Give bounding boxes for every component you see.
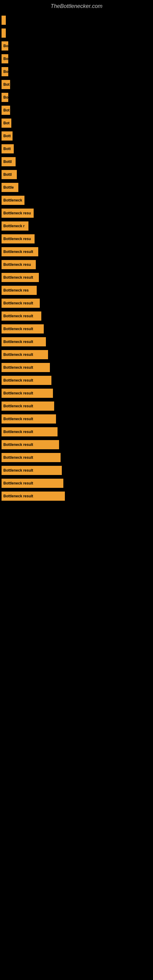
bar-row: Bottleneck res [0,286,153,295]
bar-item: Bo [2,67,8,76]
bar-item: Bottleneck resu [2,260,36,269]
bar-row: Bot [0,80,153,89]
bar-row: Bottleneck result [0,299,153,308]
bar-item: Bott [2,131,13,140]
bar-row: Bottleneck result [0,479,153,488]
bar-item: Bottleneck result [2,273,39,282]
bar-row: Bo [0,41,153,51]
page-title: TheBottlenecker.com [0,0,153,16]
bar-row: Bottleneck [0,196,153,205]
bar-row [0,16,153,25]
bar-item: Bo [2,54,8,64]
bar-item: Bottleneck result [2,376,51,385]
bar-item: Bot [2,106,10,115]
bar-row: Bottl [0,157,153,166]
bar-item: Bottleneck result [2,324,44,334]
bar-item: Bo [2,41,8,51]
bar-row: Bottleneck resu [0,260,153,269]
bar-row: Bo [0,67,153,76]
bar-row: Bott [0,144,153,153]
bar-item [2,29,6,38]
bar-item: Bot [2,119,11,128]
bar-item: Bot [2,80,10,89]
bar-row: Bottleneck result [0,440,153,449]
bar-item: Bottleneck result [2,440,59,449]
bar-item: Bottleneck result [2,492,65,501]
bar-item: Bottleneck result [2,427,57,436]
bar-row: Bottleneck result [0,466,153,475]
bar-row: Bottleneck result [0,324,153,334]
bar-row: Bott [0,131,153,140]
bar-item: Bottleneck result [2,312,41,321]
bar-item: Bottleneck result [2,479,63,488]
bar-item: Bottleneck result [2,414,56,423]
bar-item: Bottl [2,157,16,166]
bar-item: Bottl [2,170,17,179]
bar-row: Bo [0,93,153,102]
bar-row: Bot [0,106,153,115]
bar-item: Bottleneck resu [2,234,35,243]
bar-row: Bottleneck result [0,376,153,385]
bar-row: Bottleneck result [0,401,153,411]
bar-item: Bottleneck result [2,363,50,372]
bar-item: Bottleneck r [2,221,29,231]
bar-item: Bottleneck result [2,247,38,256]
bar-item: Bottleneck result [2,453,61,462]
bar-item: Bottleneck result [2,401,54,411]
bar-row: Bottleneck result [0,427,153,436]
bar-item: Bottleneck result [2,466,62,475]
bar-row: Bottleneck result [0,247,153,256]
bar-row [0,29,153,38]
bar-row: Bottleneck result [0,363,153,372]
bar-row: Bottleneck result [0,492,153,501]
bar-row: Bottl [0,170,153,179]
bar-row: Bottleneck result [0,273,153,282]
bar-item: Bottleneck result [2,389,53,398]
bar-row: Bottleneck result [0,414,153,423]
bar-row: Bo [0,54,153,64]
bar-row: Bot [0,119,153,128]
bar-item: Bo [2,93,8,102]
bar-row: Bottleneck result [0,350,153,359]
bar-row: Bottleneck result [0,389,153,398]
bar-item: Bottleneck result [2,337,46,346]
bar-item: Bottleneck res [2,286,37,295]
bar-item: Bottleneck resu [2,208,33,218]
bar-row: Bottleneck result [0,337,153,346]
bar-item: Bottleneck [2,196,24,205]
bar-item: Bottleneck result [2,350,48,359]
bar-row: Bottleneck result [0,312,153,321]
bar-item [2,16,6,25]
bar-row: Bottleneck result [0,453,153,462]
bar-item: Bottleneck result [2,299,40,308]
bar-row: Bottleneck r [0,221,153,231]
bar-item: Bottle [2,183,18,192]
bar-row: Bottleneck resu [0,208,153,218]
bar-item: Bott [2,144,14,153]
bar-row: Bottleneck resu [0,234,153,243]
bar-row: Bottle [0,183,153,192]
